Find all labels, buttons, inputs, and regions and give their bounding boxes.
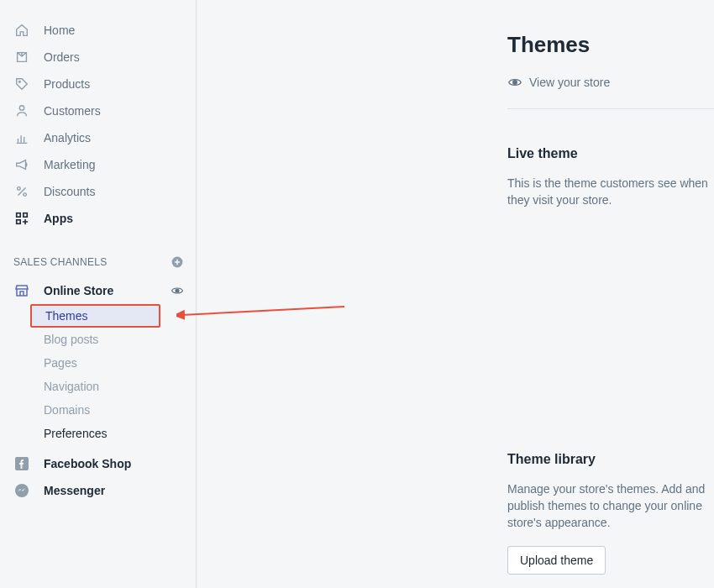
channel-facebook-shop[interactable]: Facebook Shop: [0, 450, 196, 477]
page-title: Themes: [507, 32, 714, 58]
nav-discounts-label: Discounts: [44, 185, 95, 198]
discounts-icon: [13, 183, 30, 200]
sales-channels-header: SALES CHANNELS: [0, 255, 196, 269]
subnav-domains[interactable]: Domains: [30, 398, 196, 422]
view-store-label: View your store: [529, 76, 610, 89]
theme-library-title: Theme library: [507, 452, 714, 467]
nav-orders-label: Orders: [44, 50, 80, 64]
subnav-navigation[interactable]: Navigation: [30, 375, 196, 398]
nav-customers-label: Customers: [44, 104, 101, 118]
add-channel-button[interactable]: [171, 255, 184, 269]
orders-icon: [13, 49, 30, 66]
nav-products-label: Products: [44, 77, 90, 91]
nav-apps[interactable]: Apps: [0, 205, 196, 232]
content: Themes View your store Live theme This i…: [197, 0, 714, 588]
nav-home-label: Home: [44, 24, 75, 37]
svg-point-2: [18, 187, 21, 191]
svg-point-3: [24, 193, 27, 197]
nav-analytics-label: Analytics: [44, 131, 91, 144]
subnav-preferences[interactable]: Preferences: [30, 422, 196, 445]
svg-point-8: [176, 289, 179, 292]
channel-messenger-label: Messenger: [44, 484, 184, 497]
nav-discounts[interactable]: Discounts: [0, 178, 196, 205]
sales-channels-label: SALES CHANNELS: [13, 256, 108, 268]
channel-online-store-label: Online Store: [44, 284, 171, 297]
view-store-icon[interactable]: [171, 284, 184, 297]
marketing-icon: [13, 156, 30, 173]
customers-icon: [13, 102, 30, 119]
svg-rect-5: [24, 213, 28, 218]
online-store-subnav: Themes Blog posts Pages Navigation Domai…: [0, 304, 196, 445]
svg-point-1: [19, 106, 24, 110]
nav-products[interactable]: Products: [0, 71, 196, 97]
nav-apps-label: Apps: [44, 212, 73, 225]
subnav-pages[interactable]: Pages: [30, 351, 196, 375]
home-icon: [13, 22, 30, 39]
apps-icon: [13, 210, 30, 227]
nav-orders[interactable]: Orders: [0, 44, 196, 71]
view-store-link[interactable]: View your store: [507, 75, 714, 109]
upload-theme-button[interactable]: Upload theme: [507, 546, 606, 575]
channel-messenger[interactable]: Messenger: [0, 477, 196, 504]
subnav-themes[interactable]: Themes: [30, 304, 160, 328]
analytics-icon: [13, 129, 30, 146]
store-icon: [13, 282, 30, 299]
sidebar: Home Orders Products Customers Analytics…: [0, 0, 197, 588]
nav-customers[interactable]: Customers: [0, 97, 196, 124]
eye-icon: [507, 75, 522, 90]
nav-analytics[interactable]: Analytics: [0, 124, 196, 151]
theme-library-section: Theme library Manage your store's themes…: [507, 452, 714, 575]
channel-facebook-shop-label: Facebook Shop: [44, 457, 184, 470]
live-theme-desc: This is the theme customers see when the…: [507, 175, 714, 208]
svg-rect-4: [17, 213, 21, 218]
svg-point-0: [18, 81, 20, 82]
live-theme-title: Live theme: [507, 146, 714, 161]
channel-online-store[interactable]: Online Store: [0, 277, 196, 304]
svg-rect-6: [17, 220, 21, 224]
nav-home[interactable]: Home: [0, 17, 196, 44]
nav-marketing[interactable]: Marketing: [0, 151, 196, 178]
subnav-blog-posts[interactable]: Blog posts: [30, 328, 196, 351]
nav-marketing-label: Marketing: [44, 158, 95, 171]
products-icon: [13, 76, 30, 92]
facebook-icon: [13, 455, 30, 472]
messenger-icon: [13, 482, 30, 499]
live-theme-section: Live theme This is the theme customers s…: [507, 146, 714, 208]
theme-library-desc: Manage your store's themes. Add and publ…: [507, 480, 714, 531]
svg-point-11: [513, 81, 517, 85]
